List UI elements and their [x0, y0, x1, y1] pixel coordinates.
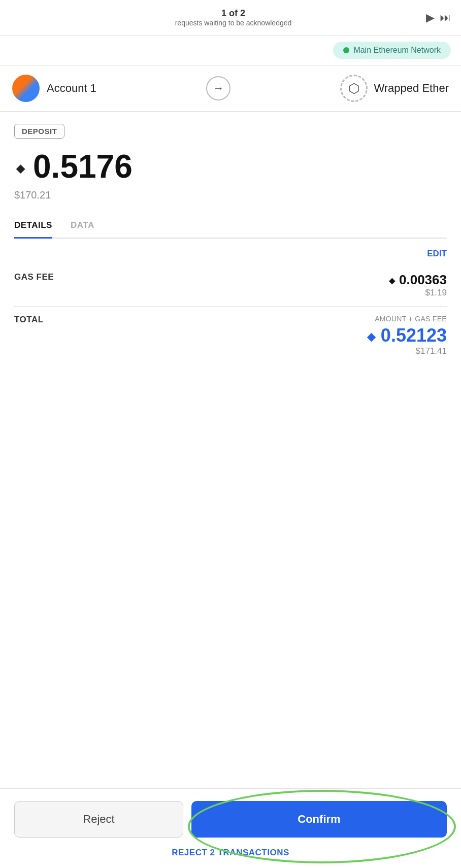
amount-gas-label: AMOUNT + GAS FEE [366, 315, 447, 323]
reject-all-button[interactable]: REJECT 2 TRANSACTIONS [14, 848, 447, 858]
gas-fee-usd: $1.19 [388, 288, 447, 298]
app-container: 1 of 2 requests waiting to be acknowledg… [0, 0, 461, 868]
account-name: Account 1 [47, 82, 96, 95]
destination-name: Wrapped Ether [374, 82, 449, 95]
action-buttons: Reject Confirm [14, 801, 447, 838]
gas-fee-values: ⬥ 0.00363 $1.19 [388, 272, 447, 298]
bottom-action-area: Reject Confirm REJECT 2 TRANSACTIONS [0, 788, 461, 868]
gas-fee-label: GAS FEE [14, 272, 54, 282]
tab-details[interactable]: DETAILS [14, 213, 52, 238]
gas-eth-diamond-icon: ⬥ [388, 272, 396, 288]
gas-fee-row: GAS FEE ⬥ 0.00363 $1.19 [14, 264, 447, 307]
skip-arrow-icon[interactable]: ⏭ [440, 11, 451, 24]
details-section: EDIT GAS FEE ⬥ 0.00363 $1.19 TOTAL AMOUN… [14, 239, 447, 364]
eth-diamond-icon: ⬥ [14, 154, 27, 179]
network-status-dot [343, 47, 349, 53]
request-counter: 1 of 2 requests waiting to be acknowledg… [41, 8, 426, 27]
edit-button[interactable]: EDIT [14, 249, 447, 259]
transaction-type-badge: DEPOSIT [14, 124, 64, 139]
account-left: Account 1 [12, 75, 96, 102]
reject-button[interactable]: Reject [14, 801, 183, 838]
confirm-button[interactable]: Confirm [191, 801, 447, 838]
top-bar: 1 of 2 requests waiting to be acknowledg… [0, 0, 461, 36]
gas-fee-eth: ⬥ 0.00363 [388, 272, 447, 288]
counter-text: 1 of 2 [221, 8, 245, 19]
total-label: TOTAL [14, 315, 44, 325]
eth-logo-icon: ⬡ [340, 75, 368, 102]
network-label: Main Ethereum Network [353, 46, 441, 55]
account-row: Account 1 → ⬡ Wrapped Ether [0, 65, 461, 112]
total-usd: $171.41 [366, 346, 447, 356]
tab-bar: DETAILS DATA [14, 213, 447, 239]
amount-row: ⬥ 0.5176 [14, 148, 447, 185]
transfer-arrow-icon: → [206, 76, 230, 101]
avatar [12, 75, 40, 102]
tab-data[interactable]: DATA [71, 213, 94, 238]
counter-subtitle: requests waiting to be acknowledged [175, 19, 292, 27]
navigation-icons: ▶ ⏭ [426, 11, 451, 24]
network-bar: Main Ethereum Network [0, 36, 461, 65]
total-values: AMOUNT + GAS FEE ⬥ 0.52123 $171.41 [366, 315, 447, 356]
total-row: TOTAL AMOUNT + GAS FEE ⬥ 0.52123 $171.41 [14, 307, 447, 364]
total-eth: ⬥ 0.52123 [366, 325, 447, 346]
main-content: DEPOSIT ⬥ 0.5176 $170.21 DETAILS DATA ED… [0, 112, 461, 788]
network-badge: Main Ethereum Network [333, 42, 451, 59]
destination-info: ⬡ Wrapped Ether [340, 75, 449, 102]
transaction-amount-usd: $170.21 [14, 189, 447, 201]
transaction-amount: 0.5176 [33, 148, 133, 185]
total-eth-diamond-icon: ⬥ [366, 325, 377, 346]
next-arrow-icon[interactable]: ▶ [426, 11, 435, 24]
